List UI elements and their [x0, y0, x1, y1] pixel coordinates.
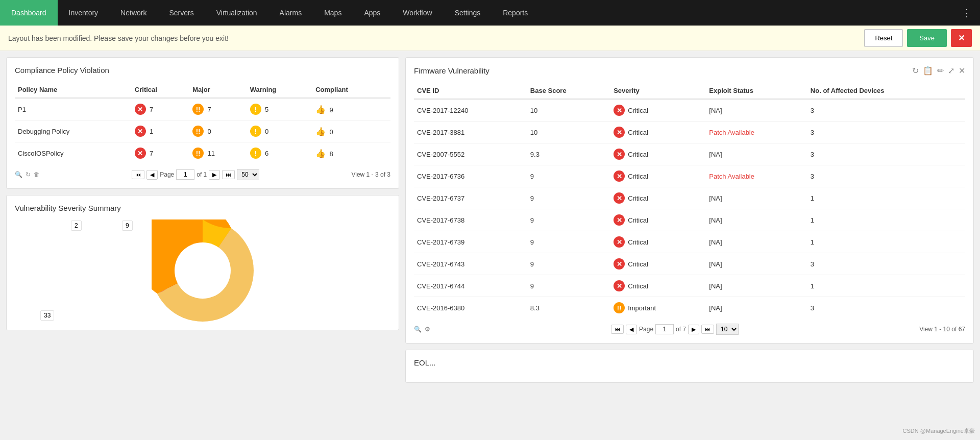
affected-devices-cell: 3: [807, 165, 965, 187]
table-row: CVE-2017-12240 10 ✕ Critical [NA] 3: [414, 99, 965, 121]
base-score-cell: 9: [527, 209, 610, 231]
severity-label: Important: [628, 304, 656, 312]
warning-cell: ! 5: [247, 98, 312, 120]
exploit-status-text: [NA]: [709, 107, 722, 114]
save-button[interactable]: Save: [907, 29, 947, 47]
last-page-btn[interactable]: ⏭: [222, 170, 235, 179]
severity-label: Critical: [628, 151, 648, 158]
refresh-card-icon[interactable]: ↻: [912, 66, 919, 76]
major-cell: !! 11: [189, 142, 247, 164]
warning-icon: !: [250, 126, 261, 137]
firmware-table: CVE ID Base Score Severity Exploit Statu…: [414, 83, 965, 319]
reset-button[interactable]: Reset: [864, 29, 903, 47]
policy-name-cell: CiscoIOSPolicy: [15, 142, 132, 164]
table-row: CVE-2017-6736 9 ✕ Critical Patch Availab…: [414, 165, 965, 187]
compliance-card: Compliance Policy Violation Policy Name …: [6, 57, 399, 189]
col-severity: Severity: [610, 83, 706, 99]
base-score-cell: 8.3: [527, 297, 610, 319]
navbar: Dashboard Inventory Network Servers Virt…: [0, 0, 980, 26]
compliance-per-page-select[interactable]: 50 25 10: [237, 169, 259, 180]
pie-label-9: 9: [122, 221, 133, 231]
maximize-icon[interactable]: ⤢: [948, 66, 954, 76]
base-score-cell: 9.3: [527, 143, 610, 165]
major-icon: !!: [192, 126, 204, 137]
nav-inventory[interactable]: Inventory: [58, 0, 110, 26]
col-exploit-status: Exploit Status: [706, 83, 807, 99]
severity-label: Critical: [628, 129, 648, 136]
compliance-page-input[interactable]: [176, 169, 194, 180]
exploit-status-text: [NA]: [709, 304, 722, 312]
nav-servers[interactable]: Servers: [158, 0, 205, 26]
affected-devices-cell: 3: [807, 143, 965, 165]
nav-maps[interactable]: Maps: [313, 0, 353, 26]
firmware-settings-icon[interactable]: ⚙: [425, 326, 430, 333]
col-base-score: Base Score: [527, 83, 610, 99]
close-banner-button[interactable]: ✕: [951, 29, 972, 47]
warning-cell: ! 6: [247, 142, 312, 164]
exploit-status-cell: [NA]: [706, 209, 807, 231]
base-score-cell: 9: [527, 253, 610, 275]
affected-devices-cell: 1: [807, 187, 965, 209]
firmware-prev-page[interactable]: ◀: [626, 325, 637, 334]
refresh-icon[interactable]: ↻: [26, 171, 31, 178]
cve-id-cell: CVE-2016-6380: [414, 297, 527, 319]
compliance-table: Policy Name Critical Major Warning Compl…: [15, 82, 390, 164]
warning-icon: !: [250, 148, 261, 159]
edit-icon[interactable]: ✏: [937, 66, 944, 76]
nav-settings[interactable]: Settings: [444, 0, 492, 26]
exploit-status-text: [NA]: [709, 151, 722, 158]
firmware-of-label: of 7: [676, 326, 686, 333]
firmware-search-icon[interactable]: 🔍: [414, 326, 422, 333]
severity-critical-icon: ✕: [614, 236, 625, 248]
exploit-status-text: [NA]: [709, 260, 722, 268]
close-card-icon[interactable]: ✕: [959, 66, 965, 76]
cve-id-cell: CVE-2017-6743: [414, 253, 527, 275]
severity-label: Critical: [628, 107, 648, 114]
affected-devices-cell: 3: [807, 297, 965, 319]
nav-workflow[interactable]: Workflow: [391, 0, 443, 26]
pie-chart-container: 9 2 33: [15, 219, 390, 322]
delete-icon[interactable]: 🗑: [34, 171, 40, 178]
policy-name-cell: Debugging Policy: [15, 120, 132, 142]
severity-label: Critical: [628, 216, 648, 224]
critical-cell: ✕ 7: [132, 98, 189, 120]
compliant-cell: 👍 8: [312, 142, 390, 164]
prev-page-btn[interactable]: ◀: [146, 170, 158, 180]
warning-cell: ! 0: [247, 120, 312, 142]
firmware-per-page-select[interactable]: 10 25 50: [716, 324, 739, 335]
patch-available-link[interactable]: Patch Available: [709, 173, 754, 180]
affected-devices-cell: 1: [807, 209, 965, 231]
pie-label-2: 2: [71, 221, 82, 231]
firmware-next-page[interactable]: ▶: [688, 325, 699, 334]
base-score-cell: 9: [527, 165, 610, 187]
next-page-btn[interactable]: ▶: [209, 170, 220, 180]
table-row: CVE-2016-6380 8.3 !! Important [NA] 3: [414, 297, 965, 319]
nav-reports[interactable]: Reports: [492, 0, 539, 26]
nav-alarms[interactable]: Alarms: [268, 0, 313, 26]
cve-id-cell: CVE-2017-6739: [414, 231, 527, 253]
firmware-first-page[interactable]: ⏮: [611, 325, 624, 334]
first-page-btn[interactable]: ⏮: [132, 170, 144, 179]
firmware-last-page[interactable]: ⏭: [701, 325, 714, 334]
nav-virtualization[interactable]: Virtualization: [205, 0, 268, 26]
nav-more-icon[interactable]: ⋮: [953, 0, 980, 26]
export-icon[interactable]: 📋: [923, 66, 933, 76]
table-row: CVE-2017-6737 9 ✕ Critical [NA] 1: [414, 187, 965, 209]
firmware-header-actions: ↻ 📋 ✏ ⤢ ✕: [912, 66, 965, 76]
firmware-page-input[interactable]: [655, 324, 674, 334]
exploit-status-text: [NA]: [709, 238, 722, 246]
compliance-pagination: 🔍 ↻ 🗑 ⏮ ◀ Page of 1 ▶ ⏭ 50 25 10: [15, 169, 390, 180]
affected-devices-cell: 3: [807, 253, 965, 275]
severity-critical-icon: ✕: [614, 214, 625, 226]
severity-cell: ✕ Critical: [610, 121, 706, 143]
nav-network[interactable]: Network: [109, 0, 158, 26]
patch-available-link[interactable]: Patch Available: [709, 129, 754, 136]
search-icon[interactable]: 🔍: [15, 171, 22, 178]
firmware-pagination-center: ⏮ ◀ Page of 7 ▶ ⏭ 10 25 50: [611, 324, 739, 335]
nav-dashboard[interactable]: Dashboard: [0, 0, 58, 26]
exploit-status-cell: [NA]: [706, 297, 807, 319]
base-score-cell: 10: [527, 99, 610, 121]
nav-apps[interactable]: Apps: [353, 0, 391, 26]
critical-icon: ✕: [135, 148, 146, 159]
critical-cell: ✕ 1: [132, 120, 189, 142]
